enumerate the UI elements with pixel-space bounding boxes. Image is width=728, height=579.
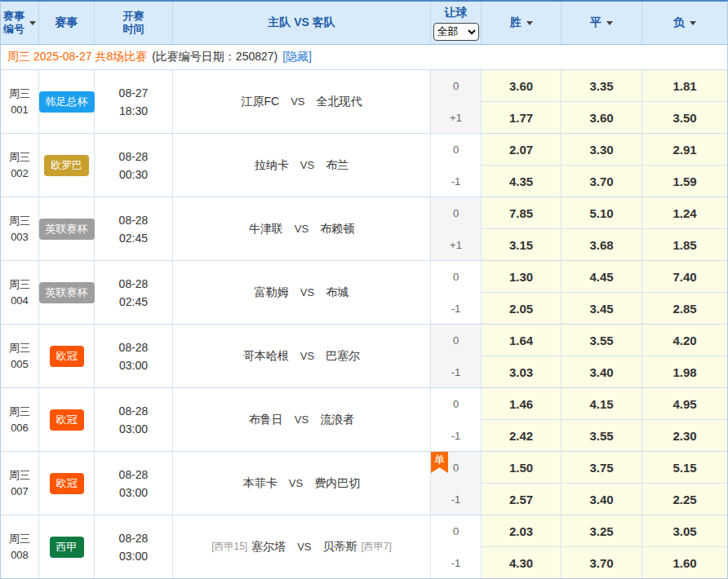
odds-draw[interactable]: 3.55 xyxy=(562,325,642,356)
league-cell: 欧冠 xyxy=(39,325,95,387)
handicap-value: 0 xyxy=(431,70,481,102)
col-header-win[interactable]: 胜 xyxy=(482,2,562,44)
odds-win[interactable]: 2.42 xyxy=(482,420,562,451)
odds-lose[interactable]: 1.81 xyxy=(642,70,727,102)
odds-lose[interactable]: 4.20 xyxy=(642,325,727,356)
match-day: 周三 xyxy=(9,467,30,484)
odds-win[interactable]: 2.07 xyxy=(482,134,562,166)
odds-win[interactable]: 3.60 xyxy=(482,70,562,102)
sort-caret-icon[interactable] xyxy=(606,21,613,25)
odds-win[interactable]: 1.30 xyxy=(482,261,562,293)
odds-draw[interactable]: 3.40 xyxy=(562,356,642,387)
col-header-lose[interactable]: 负 xyxy=(642,2,727,44)
teams-cell: 富勒姆 VS 布城 xyxy=(173,261,431,324)
kickoff-time: 08-28 03:00 xyxy=(95,388,173,451)
odds-draw[interactable]: 4.15 xyxy=(562,388,642,420)
home-rank: [西甲15] xyxy=(211,540,247,554)
away-team: 布城 xyxy=(326,285,348,300)
odds-lose[interactable]: 3.05 xyxy=(642,515,727,547)
sort-caret-icon[interactable] xyxy=(526,21,533,25)
handicap-value: 0 xyxy=(431,388,481,420)
odds-win[interactable]: 1.46 xyxy=(482,388,562,420)
odds-draw[interactable]: 3.70 xyxy=(562,166,642,197)
away-team: 布兰 xyxy=(326,158,348,173)
odds-lose[interactable]: 2.91 xyxy=(642,134,727,166)
col-header-draw[interactable]: 平 xyxy=(562,2,642,44)
home-team: 江原FC xyxy=(241,95,279,109)
odds-lose[interactable]: 1.60 xyxy=(642,547,727,578)
odds-draw[interactable]: 3.40 xyxy=(562,484,642,515)
odds-win[interactable]: 1.64 xyxy=(482,325,562,356)
odds-lose[interactable]: 2.30 xyxy=(642,420,727,451)
match-number: 005 xyxy=(11,356,29,373)
league-badge: 欧罗巴 xyxy=(44,155,89,176)
home-team: 拉纳卡 xyxy=(255,158,289,173)
odds-lose[interactable]: 5.15 xyxy=(642,452,727,484)
odds-draw[interactable]: 5.10 xyxy=(562,197,642,229)
col-header-time: 开赛 时间 xyxy=(95,2,173,44)
match-id: 周三 002 xyxy=(1,134,39,197)
odds-draw[interactable]: 3.68 xyxy=(562,229,642,260)
odds-lose[interactable]: 7.40 xyxy=(642,261,727,293)
match-time: 03:00 xyxy=(119,484,148,502)
home-team: 本菲卡 xyxy=(243,476,277,491)
odds-win[interactable]: 1.50 xyxy=(482,452,562,484)
kickoff-time: 08-28 03:00 xyxy=(95,325,173,387)
odds-win[interactable]: 2.05 xyxy=(482,293,562,324)
odds-lose[interactable]: 2.85 xyxy=(642,293,727,324)
odds-draw[interactable]: 3.30 xyxy=(562,134,642,166)
handicap-value: -1 xyxy=(431,356,481,387)
date-summary: 周三 2025-08-27 共8场比赛 xyxy=(7,50,147,64)
match-day: 周三 xyxy=(9,404,30,420)
handicap-value: +1 xyxy=(431,102,481,133)
sort-caret-icon[interactable] xyxy=(690,21,696,25)
match-time: 02:45 xyxy=(119,229,148,247)
match-row: 周三 002 欧罗巴 08-28 00:30 拉纳卡 VS 布兰 0 -1 2.… xyxy=(1,134,727,197)
odds-draw[interactable]: 3.60 xyxy=(562,102,642,133)
odds-win[interactable]: 2.03 xyxy=(482,515,562,547)
handicap-cell: 0 +1 xyxy=(431,70,482,133)
match-row: 周三 003 英联赛杯 08-28 02:45 牛津联 VS 布赖顿 0 +1 … xyxy=(1,197,727,261)
vs-label: VS xyxy=(300,350,314,362)
match-id: 周三 001 xyxy=(1,70,39,133)
handicap-filter-select[interactable]: 全部 xyxy=(433,23,479,41)
handicap-label: 让球 xyxy=(445,6,468,20)
match-day: 周三 xyxy=(9,531,30,547)
odds-lose[interactable]: 1.59 xyxy=(642,166,727,197)
odds-win[interactable]: 4.30 xyxy=(482,547,562,578)
odds-draw[interactable]: 3.55 xyxy=(562,420,642,451)
col-id-line1: 赛事 xyxy=(3,10,24,23)
odds-draw[interactable]: 4.45 xyxy=(562,261,642,293)
odds-draw[interactable]: 3.45 xyxy=(562,293,642,324)
sort-caret-icon[interactable] xyxy=(29,21,36,25)
odds-draw[interactable]: 3.35 xyxy=(562,70,642,102)
odds-win[interactable]: 4.35 xyxy=(482,166,562,197)
odds-draw[interactable]: 3.25 xyxy=(562,515,642,547)
odds-lose[interactable]: 1.85 xyxy=(642,229,727,260)
col-header-match-id[interactable]: 赛事 编号 xyxy=(1,2,39,44)
match-number: 001 xyxy=(11,102,29,118)
odds-lose[interactable]: 2.25 xyxy=(642,484,727,515)
odds-win[interactable]: 3.15 xyxy=(482,229,562,260)
odds-draw[interactable]: 3.70 xyxy=(562,547,642,578)
odds-draw[interactable]: 3.75 xyxy=(562,452,642,484)
handicap-cell: 0 -1 xyxy=(431,388,482,451)
odds-win[interactable]: 1.77 xyxy=(482,102,562,133)
handicap-value: 0 xyxy=(431,134,481,166)
teams-cell: 拉纳卡 VS 布兰 xyxy=(173,134,431,197)
odds-lose[interactable]: 3.50 xyxy=(642,102,727,133)
match-time: 03:00 xyxy=(119,547,148,565)
odds-win[interactable]: 7.85 xyxy=(482,197,562,229)
league-badge: 英联赛杯 xyxy=(39,219,95,240)
odds-win[interactable]: 2.57 xyxy=(482,484,562,515)
kickoff-time: 08-28 03:00 xyxy=(95,452,173,515)
hide-link[interactable]: [隐藏] xyxy=(282,50,312,64)
league-cell: 欧罗巴 xyxy=(39,134,95,197)
odds-lose[interactable]: 4.95 xyxy=(642,388,727,420)
odds-lose[interactable]: 1.98 xyxy=(642,356,727,387)
odds-lose[interactable]: 1.24 xyxy=(642,197,727,229)
odds-win[interactable]: 3.03 xyxy=(482,356,562,387)
league-cell: 欧冠 xyxy=(39,452,95,515)
away-team: 流浪者 xyxy=(320,413,354,427)
handicap-value: -1 xyxy=(431,293,481,324)
